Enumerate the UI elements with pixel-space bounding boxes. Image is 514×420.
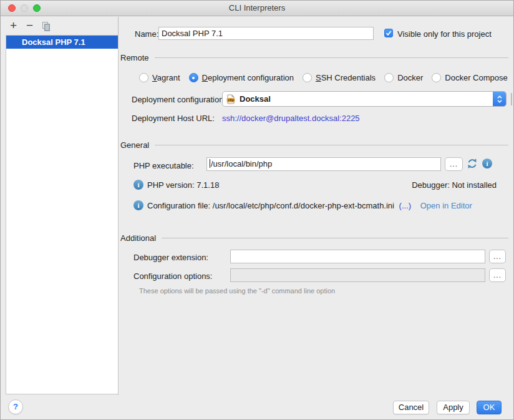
info-icon[interactable]: i (482, 159, 492, 168)
visible-only-checkbox[interactable] (384, 29, 393, 37)
section-divider (155, 57, 508, 58)
deployment-configuration-value: Docksal (240, 94, 271, 104)
configuration-options-browse-button[interactable]: ... (489, 268, 506, 282)
deployment-host-url-value[interactable]: ssh://docker@drupaltest.docksal:2225 (222, 114, 360, 123)
visible-only-label: Visible only for this project (397, 29, 492, 39)
debugger-extension-label: Debugger extension: (133, 253, 208, 262)
section-divider (162, 238, 508, 238)
name-label: Name: (135, 29, 158, 39)
info-icon: i (133, 180, 143, 190)
php-executable-input[interactable]: /usr/local/bin/php (206, 157, 441, 171)
remote-section-title: Remote (120, 53, 149, 62)
svg-text:sftp: sftp (228, 98, 235, 102)
debugger-extension-input[interactable] (230, 250, 485, 263)
name-input[interactable]: Docksal PHP 7.1 (158, 27, 374, 40)
apply-button[interactable]: Apply (437, 401, 470, 414)
additional-section-header: Additional (120, 233, 508, 242)
configuration-file-ellipsis-link[interactable]: (...) (399, 201, 412, 210)
remove-interpreter-button[interactable]: − (26, 21, 33, 31)
remote-type-radio-group: Vagrant Deployment configuration SSH Cre… (139, 73, 513, 82)
php-executable-label: PHP executable: (133, 161, 194, 170)
help-button[interactable]: ? (8, 399, 23, 414)
additional-section-title: Additional (120, 233, 156, 243)
radio-ssh-credentials[interactable]: SSH Credentials (303, 73, 376, 82)
deployment-configuration-select[interactable]: sftp Docksal (222, 91, 507, 107)
general-section-header: General (120, 140, 508, 149)
window-title: CLI Interpreters (1, 1, 513, 16)
cli-interpreters-dialog: CLI Interpreters + − Docksal PHP 7.1 Nam… (0, 0, 514, 420)
debugger-extension-browse-button[interactable]: ... (489, 250, 506, 263)
radio-docker[interactable]: Docker (384, 73, 423, 82)
cancel-button[interactable]: Cancel (393, 401, 429, 414)
deployment-configuration-label: Deployment configuration: (132, 95, 226, 104)
remote-section-header: Remote (120, 53, 508, 62)
debugger-status-text: Debugger: Not installed (412, 180, 497, 190)
radio-circle-icon (139, 73, 148, 82)
radio-vagrant[interactable]: Vagrant (139, 73, 180, 82)
sftp-file-icon: sftp (226, 94, 236, 104)
title-bar[interactable]: CLI Interpreters (1, 1, 513, 16)
configuration-options-label: Configuration options: (133, 271, 212, 281)
ok-button[interactable]: OK (477, 401, 502, 414)
configuration-file-text: Configuration file: /usr/local/etc/php/c… (147, 201, 394, 210)
info-icon: i (133, 200, 143, 210)
deployment-host-url-label: Deployment Host URL: (132, 114, 215, 123)
radio-circle-icon (432, 73, 441, 82)
general-section-title: General (120, 140, 149, 150)
php-version-text: PHP version: 7.1.18 (147, 180, 219, 190)
add-interpreter-button[interactable]: + (10, 21, 17, 31)
configuration-file-row: Configuration file: /usr/local/etc/php/c… (147, 201, 472, 210)
close-window-button[interactable] (8, 4, 16, 12)
minimize-window-button (21, 4, 28, 12)
copy-interpreter-icon[interactable] (41, 22, 51, 34)
zoom-window-button[interactable] (33, 4, 41, 12)
list-item-docksal-php[interactable]: Docksal PHP 7.1 (6, 36, 118, 49)
section-divider (155, 145, 508, 145)
chevron-up-down-icon[interactable] (493, 92, 506, 106)
interpreters-list[interactable]: Docksal PHP 7.1 (6, 35, 119, 394)
text-caret (210, 159, 210, 168)
list-item-label: Docksal PHP 7.1 (22, 37, 85, 47)
radio-docker-compose[interactable]: Docker Compose (432, 73, 507, 82)
php-executable-browse-button[interactable]: ... (445, 157, 463, 171)
configuration-options-input[interactable] (230, 268, 485, 282)
radio-circle-icon (384, 73, 394, 82)
radio-circle-icon (303, 73, 312, 82)
clipped-control-edge (511, 93, 512, 105)
refresh-icon[interactable] (467, 158, 478, 171)
options-note-text: These options will be passed using the "… (139, 287, 335, 295)
radio-circle-icon (189, 73, 198, 82)
open-in-editor-link[interactable]: Open in Editor (420, 201, 472, 210)
radio-deployment-configuration[interactable]: Deployment configuration (189, 73, 294, 82)
